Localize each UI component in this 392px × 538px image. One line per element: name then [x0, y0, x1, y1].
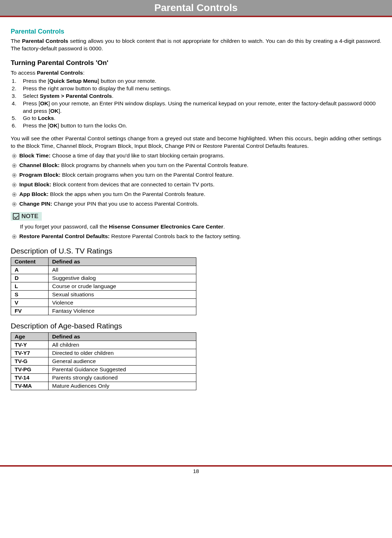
access-line: To access Parental Controls:: [11, 70, 381, 76]
table-row: TV-MAMature Audiences Only: [11, 382, 196, 390]
check-icon: [13, 213, 19, 220]
table-row: AAll: [11, 266, 196, 274]
list-item: Change PIN: Change your PIN that you use…: [12, 200, 381, 208]
table-row: SSexual situations: [11, 290, 196, 298]
table-row: TV-14Parents strongly cautioned: [11, 373, 196, 382]
table-row: TV-PGParental Guidance Suggested: [11, 365, 196, 373]
list-item: Program Block: Block certain programs wh…: [12, 171, 381, 179]
section-title: Parental Controls: [11, 28, 381, 35]
us-table-heading: Description of U.S. TV Ratings: [11, 247, 381, 255]
list-item: Restore Parental Control Defaults: Resto…: [12, 233, 381, 240]
page-header-title: Parental Controls: [154, 2, 237, 13]
table-header: Content: [11, 257, 49, 266]
table-header: Defined as: [49, 332, 196, 341]
turning-on-heading: Turning Parental Controls 'On': [11, 59, 381, 67]
table-row: Age Defined as: [11, 332, 196, 341]
list-item: App Block: Block the apps when you turn …: [12, 191, 381, 198]
list-item: Block Time: Choose a time of day that yo…: [12, 152, 381, 160]
step-item: Go to Locks.: [18, 115, 381, 122]
table-row: TV-Y7Directed to older children: [11, 349, 196, 357]
list-item: Input Block: Block content from devices …: [12, 181, 381, 188]
main-content: Parental Controls The Parental Controls …: [0, 17, 392, 394]
table-row: Content Defined as: [11, 257, 196, 266]
table-header: Age: [11, 332, 49, 341]
page-header: Parental Controls: [0, 0, 392, 17]
page-number: 18: [0, 467, 392, 478]
list-item: Channel Block: Block programs by channel…: [12, 162, 381, 169]
us-ratings-table: Content Defined as AAll DSuggestive dial…: [11, 257, 196, 315]
age-ratings-table: Age Defined as TV-YAll children TV-Y7Dir…: [11, 332, 196, 390]
note-label: NOTE: [21, 213, 38, 220]
step-item: Press the [Quick Setup Menu] button on y…: [18, 77, 381, 85]
step-item: Press the right arrow button to display …: [18, 85, 381, 92]
feature-list: Block Time: Choose a time of day that yo…: [11, 152, 381, 208]
note-box: NOTE: [11, 212, 42, 221]
restore-list: Restore Parental Control Defaults: Resto…: [11, 233, 381, 240]
table-row: LCourse or crude language: [11, 282, 196, 290]
table-row: TV-GGeneral audience: [11, 357, 196, 365]
step-item: Select System > Parental Controls.: [18, 92, 381, 100]
table-row: DSuggestive dialog: [11, 274, 196, 282]
note-text: If you forget your password, call the Hi…: [20, 223, 381, 230]
table-header: Defined as: [49, 257, 196, 266]
table-row: TV-YAll children: [11, 341, 196, 349]
step-item: Press the [OK] button to turn the locks …: [18, 122, 381, 130]
table-row: FVFantasy Violence: [11, 307, 196, 315]
step-item: Press [OK] on your remote, an Enter PIN …: [18, 100, 381, 115]
intro-paragraph: The Parental Controls setting allows you…: [11, 37, 381, 52]
after-steps-paragraph: You will see the other Parental Control …: [11, 135, 381, 150]
table-row: VViolence: [11, 298, 196, 307]
age-table-heading: Description of Age-based Ratings: [11, 322, 381, 330]
steps-list: Press the [Quick Setup Menu] button on y…: [11, 77, 381, 130]
